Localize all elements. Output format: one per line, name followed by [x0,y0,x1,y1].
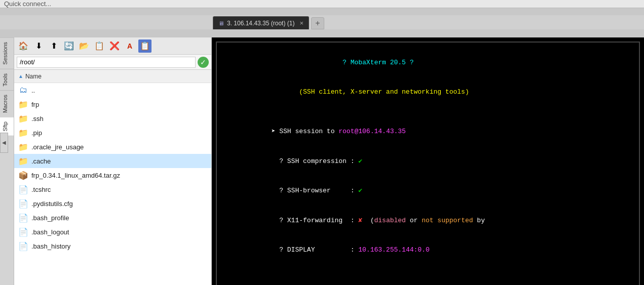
top-bar: Quick connect... [0,0,644,8]
collapse-panel-button[interactable]: ◀ [0,133,8,153]
file-list-header: ▲ Name [14,70,211,83]
delete-button[interactable]: ❌ [108,39,121,53]
terminal-line-4: ? SSH compression : ✔ [224,146,632,176]
file-name: .bash_history [31,242,70,250]
tab-bar: 🖥 3. 106.14.43.35 (root) (1) × + [0,15,644,29]
file-panel: 🏠 ⬇ ⬆ 🔄 📂 📋 ❌ A 📋 ✓ ▲ Name 🗂 .. [14,37,212,285]
x11-notsupported: not supported [422,217,473,224]
file-name: .pip [31,129,42,137]
file-toolbar: 🏠 ⬇ ⬆ 🔄 📂 📋 ❌ A 📋 [14,37,211,55]
folder-icon: 📁 [18,114,28,124]
terminal-border: ? MobaXterm 20.5 ? (SSH client, X-server… [216,42,640,285]
file-name: frp [31,101,39,108]
tab-terminal-icon: 🖥 [218,20,224,26]
download-button[interactable]: ⬇ [32,39,45,53]
sidebar-item-tools[interactable]: Tools [0,69,14,91]
file-name: frp_0.34.1_linux_amd64.tar.gz [31,172,120,179]
ssh-compression-colon: : [351,157,359,165]
ssh-compression-val: ✔ [358,157,362,165]
terminal-line-8: ➤ For more info, ctrl+click on help or v… [224,275,632,286]
folder-icon: 📁 [18,156,28,166]
x11-disabled: disabled [374,217,406,224]
folder-icon: 📁 [18,100,28,109]
file-item-tarball[interactable]: 📦 frp_0.34.1_linux_amd64.tar.gz [14,168,211,182]
file-icon: 📄 [18,241,28,251]
file-name: .bash_logout [31,228,69,236]
folder-icon: 📁 [18,142,28,152]
file-name: .. [31,87,35,94]
mobaxterm-title: ? MobaXterm 20.5 ? [263,59,413,66]
x11-by: by [473,217,485,224]
terminal-line-blank1 [224,107,632,117]
file-name: .oracle_jre_usage [31,143,84,151]
copy-button[interactable]: 📋 [138,39,151,53]
file-item-pip[interactable]: 📁 .pip [14,126,211,140]
ssh-address: root@106.14.43.35 [338,128,406,135]
path-input[interactable] [17,57,196,68]
file-name: .ssh [31,115,44,123]
ssh-compression-label: ? SSH compression [263,157,351,165]
display-label: ? DISPLAY [263,246,351,254]
rename-button[interactable]: A [123,39,136,53]
terminal-line-5: ? SSH-browser : ✔ [224,176,632,206]
ssh-session-label: ➤ SSH session to [263,128,338,135]
terminal-line-3: ➤ SSH session to root@106.14.43.35 [224,117,632,147]
file-name: .bash_profile [31,214,69,222]
terminal-line-blank2 [224,265,632,275]
file-icon: 📄 [18,185,28,194]
new-file-button[interactable]: 📋 [93,39,106,53]
terminal-line-6: ? X11-forwarding : ✘ (disabled or not su… [224,206,632,235]
sidebar-item-macros[interactable]: Macros [0,90,14,117]
file-item-parent[interactable]: 🗂 .. [14,83,211,97]
quick-connect-label[interactable]: Quick connect... [4,0,51,8]
x11-label: ? X11-forwarding [263,217,351,224]
sidebar-labels: Sessions Tools Macros Sftp 🔥 [0,37,14,285]
terminal-panel[interactable]: ? MobaXterm 20.5 ? (SSH client, X-server… [212,37,644,285]
main-layout: Sessions Tools Macros Sftp 🔥 🏠 ⬇ ⬆ 🔄 📂 📋… [0,37,644,285]
file-item-oracle[interactable]: 📁 .oracle_jre_usage [14,140,211,154]
file-item-bash-logout[interactable]: 📄 .bash_logout [14,225,211,239]
sidebar-item-sessions[interactable]: Sessions [0,37,14,69]
column-name-label: Name [25,73,42,80]
sort-arrow-icon: ▲ [18,73,23,79]
file-item-cache[interactable]: 📁 .cache [14,154,211,168]
open-folder-button[interactable]: 📂 [78,39,91,53]
file-item-bash-profile[interactable]: 📄 .bash_profile [14,211,211,225]
file-name: .pydistutils.cfg [31,200,73,208]
terminal-content[interactable]: ? MobaXterm 20.5 ? (SSH client, X-server… [217,43,639,285]
ssh-browser-label: ? SSH-browser [263,187,351,194]
file-item-bash-history[interactable]: 📄 .bash_history [14,239,211,253]
path-ok-button[interactable]: ✓ [198,57,209,68]
x11-mark: ✘ [358,217,362,224]
file-name: .tcshrc [31,186,51,193]
path-bar: ✓ [14,55,211,70]
display-val: 10.163.255.144:0.0 [358,246,429,254]
x11-paren1: ( [362,217,374,224]
tab-close-button[interactable]: × [299,19,304,27]
file-item-ssh[interactable]: 📁 .ssh [14,111,211,126]
ssh-browser-val: ✔ [358,187,362,194]
file-icon: 📄 [18,213,28,223]
file-item-pydist[interactable]: 📄 .pydistutils.cfg [14,196,211,211]
terminal-tab[interactable]: 🖥 3. 106.14.43.35 (root) (1) × [213,16,309,29]
file-icon: 📦 [18,171,28,180]
ssh-browser-colon: : [351,187,359,194]
file-item-frp[interactable]: 📁 frp [14,97,211,111]
refresh-button[interactable]: 🔄 [62,39,75,53]
x11-or: or [406,217,422,224]
x11-colon: : [351,217,359,224]
file-icon: 📄 [18,227,28,237]
mobaxterm-subtitle: (SSH client, X-server and networking too… [263,88,469,96]
upload-button[interactable]: ⬆ [47,39,60,53]
new-tab-button[interactable]: + [311,17,324,29]
terminal-line-2: (SSH client, X-server and networking too… [224,77,632,107]
terminal-line-7: ? DISPLAY : 10.163.255.144:0.0 [224,235,632,265]
parent-folder-icon: 🗂 [18,86,28,95]
file-item-tcshrc[interactable]: 📄 .tcshrc [14,182,211,196]
terminal-line-1: ? MobaXterm 20.5 ? [224,48,632,77]
display-colon: : [351,246,359,254]
tab-label: 3. 106.14.43.35 (root) (1) [227,20,294,27]
file-icon: 📄 [18,199,28,209]
file-name: .cache [31,157,51,165]
home-button[interactable]: 🏠 [17,39,30,53]
